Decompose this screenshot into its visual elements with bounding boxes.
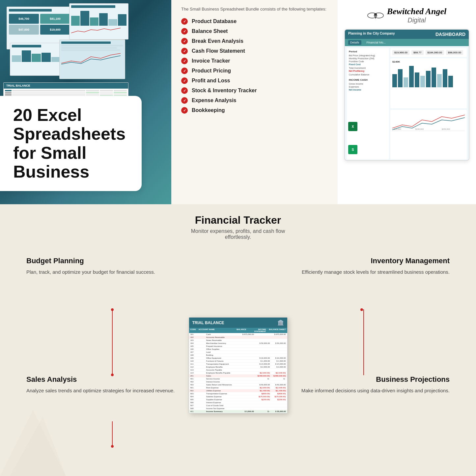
table-row: 111 Transportation Equipment $ 14,000.00… (189, 363, 287, 366)
svg-point-2 (374, 13, 377, 16)
table-row: 501 Rent Expense $(2,000.00) $(2,000.00) (189, 386, 287, 389)
col-sheet: BALANCE SHEET (266, 328, 286, 332)
sheets-badge: S (348, 145, 357, 154)
center-panel: The Small Business Spreadsheet Bundle co… (171, 0, 338, 204)
logo-name: Bewitched Angel (387, 7, 446, 16)
feature-label: Expense Analysis (192, 98, 236, 103)
table-row: 401 Service Income $ - $ - (189, 378, 287, 380)
check-icon: ✓ (181, 38, 188, 44)
red-dot-bottom (111, 445, 114, 448)
features-grid: Budget Planning Plan, track, and optimiz… (20, 250, 456, 476)
red-line-right (363, 309, 364, 375)
bottom-title: Financial Tracker (20, 214, 456, 226)
table-row: 104 Merchandise Inventory $ 50,000.00 $ … (189, 342, 287, 345)
feature-label: Break Even Analysis (192, 38, 243, 44)
dash-content: Period Bid Price (Integrated Avg) Monthl… (345, 46, 469, 161)
dash-tab-details[interactable]: Details (348, 40, 361, 45)
table-row: 502 Utilities Expense $(1,400.00) $(1,40… (189, 389, 287, 392)
check-icon: ✓ (181, 97, 188, 104)
dash-left-panel: Period Bid Price (Integrated Avg) Monthl… (347, 48, 389, 159)
check-icon: ✓ (181, 68, 188, 74)
center-trial-balance: TRIAL BALANCE 🏛️ CODE ACCOUNT NAME BALAN… (189, 317, 288, 413)
table-row: 108 Building (189, 354, 287, 357)
feature-label: Profit and Loss (192, 78, 230, 84)
list-item: ✓ Cash Flow Statement (181, 46, 328, 56)
top-section: $46,700 $81,100 $47,000 $19,600 (0, 0, 476, 204)
dash-header: Planning in the City Company DASHBOARD (345, 30, 469, 39)
inventory-title: Inventory Management (248, 257, 450, 265)
check-icon: ✓ (181, 77, 188, 84)
col-income: INCOME STATEMENT (246, 328, 266, 332)
feature-label: Stock & Inventory Tracker (192, 88, 257, 94)
red-line-left (112, 309, 113, 375)
left-panel: $46,700 $81,100 $47,000 $19,600 (0, 0, 171, 204)
dashboard-preview: Planning in the City Company DASHBOARD D… (344, 29, 469, 161)
svg-text:$80,000: $80,000 (394, 128, 401, 130)
excel-badge: X (348, 122, 357, 131)
feature-label: Balance Sheet (192, 28, 228, 34)
check-icon: ✓ (181, 48, 188, 54)
list-item: ✓ Invoice Tracker (181, 56, 328, 66)
dash-tab-financial[interactable]: Financial Mo... (365, 40, 388, 45)
trial-balance-title: TRIAL BALANCE (192, 321, 224, 325)
svg-text:$150,000: $150,000 (415, 128, 424, 130)
table-row: 403 Sales Return and Allowances $ 50,000… (189, 383, 287, 386)
table-row: 201 Sales $(480,000.00) $(480,000.00) (189, 375, 287, 378)
table-row: 507 Cost of Goods Sold (189, 404, 287, 407)
table-row: 503 Transportation Expense $(800.00) $(8… (189, 392, 287, 395)
red-dot-top-left (111, 308, 114, 311)
col-account: ACCOUNT NAME (199, 328, 228, 332)
table-row: 109 Office Equipment $ 10,000.00 $ 10,00… (189, 357, 287, 360)
inventory-desc: Efficiently manage stock levels for stre… (248, 268, 450, 276)
dash-stats-card: $19,966.00 $68.77 $184,080.00 $98,000.00 (390, 48, 467, 57)
table-row-total: 401 Income Summary $ 3,500.00 $ - $ 35,0… (189, 410, 287, 413)
svg-text:$250,000: $250,000 (442, 128, 450, 130)
list-item: ✓ Product Database (181, 16, 328, 26)
check-icon: ✓ (181, 58, 188, 64)
table-row: 508 Income Tax Expense (189, 407, 287, 410)
red-line-bottom (112, 421, 113, 448)
list-item: ✓ Bookkeeping (181, 105, 328, 115)
red-dot-top-right (360, 308, 363, 311)
dash-right-panel: $19,966.00 $68.77 $184,080.00 $98,000.00… (390, 48, 467, 159)
table-row: 112 Employee Benefits $ 2,000.00 $ 2,000… (189, 366, 287, 369)
list-item: ✓ Balance Sheet (181, 26, 328, 36)
trial-balance-icon: 🏛️ (277, 320, 284, 326)
check-icon: ✓ (181, 28, 188, 35)
table-row: 505 Supplies Expense $(200.00) $(200.00) (189, 398, 287, 401)
spreadsheet-thumb-3 (10, 43, 63, 76)
check-icon: ✓ (181, 18, 188, 25)
bottom-section: Financial Tracker Monitor expenses, prof… (0, 204, 476, 476)
dash-company: Planning in the City Company (348, 32, 395, 37)
table-row: 102 Accounts Receivable (189, 336, 287, 339)
red-dot-bottom-left (111, 374, 114, 376)
table-row: 106 Office Supplies (189, 348, 287, 351)
feature-label: Product Database (192, 18, 237, 24)
feature-label: Invoice Tracker (192, 58, 230, 64)
dash-bar-chart: $140K (390, 58, 467, 108)
check-icon: ✓ (181, 107, 188, 114)
check-icon: ✓ (181, 87, 188, 94)
feature-label: Bookkeeping (192, 107, 225, 113)
budget-planning-desc: Plan, track, and optimize your budget fo… (26, 268, 228, 276)
table-row: 114 Employee Benefits Payable $(2,000.00… (189, 372, 287, 375)
wings-icon (367, 7, 384, 24)
table-row: 107 Land (189, 351, 287, 354)
list-item: ✓ Expense Analysis (181, 96, 328, 105)
main-heading: 20 Excel Spreadsheets for Small Business (13, 106, 128, 181)
feature-label: Product Pricing (192, 68, 231, 74)
bottom-subtitle: Monitor expenses, profits, and cash flow… (20, 228, 456, 240)
logo-digital: Digital (387, 16, 446, 24)
table-row: 504 Salaries Expense $(75,000.00) $(75,0… (189, 395, 287, 398)
bundle-description: The Small Business Spreadsheet Bundle co… (181, 7, 328, 12)
dash-title: DASHBOARD (435, 32, 465, 37)
feature-list: ✓ Product Database ✓ Balance Sheet ✓ Bre… (181, 16, 328, 115)
spreadsheet-thumb-2 (69, 3, 128, 40)
logo-area: Bewitched Angel Digital (367, 7, 446, 24)
list-item: ✓ Profit and Loss (181, 76, 328, 86)
list-item: ✓ Break Even Analysis (181, 36, 328, 46)
col-code: CODE (190, 328, 199, 332)
table-row: 110 Furniture & Fixtures $ 1,000.00 $ 1,… (189, 360, 287, 363)
spreadsheet-thumb-4 (59, 40, 125, 79)
feature-label: Cash Flow Statement (192, 48, 245, 54)
